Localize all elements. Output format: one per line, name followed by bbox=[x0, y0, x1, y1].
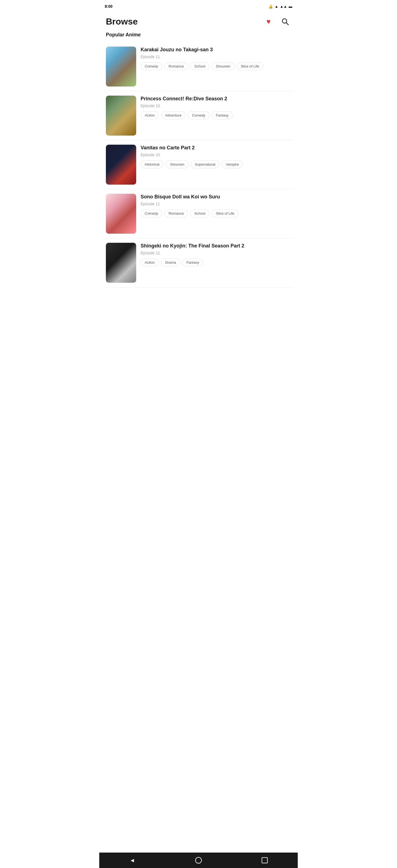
genre-tag[interactable]: Shounen bbox=[212, 62, 234, 70]
genre-tag[interactable]: Slice of Life bbox=[237, 62, 263, 70]
genre-tag[interactable]: Fantasy bbox=[212, 111, 233, 119]
anime-episode: Episode 11 bbox=[141, 55, 291, 59]
tags-container: HistoricalShounenSupernaturalVampire bbox=[141, 160, 291, 168]
genre-tag[interactable]: Slice of Life bbox=[212, 210, 239, 217]
anime-episode: Episode 11 bbox=[141, 202, 291, 206]
svg-line-1 bbox=[286, 23, 289, 25]
notification-icon: 🔔 bbox=[269, 4, 273, 8]
anime-title: Sono Bisque Doll wa Koi wo Suru bbox=[141, 194, 291, 200]
header: Browse ♥ bbox=[99, 11, 298, 30]
tags-container: ActionAdventureComedyFantasy bbox=[141, 111, 291, 119]
anime-list: Karakai Jouzu no Takagi-san 3Episode 11C… bbox=[99, 42, 298, 287]
genre-tag[interactable]: Comedy bbox=[141, 210, 162, 217]
list-item[interactable]: Vanitas no Carte Part 2Episode 10Histori… bbox=[104, 140, 293, 189]
header-actions: ♥ bbox=[263, 16, 291, 28]
anime-title: Karakai Jouzu no Takagi-san 3 bbox=[141, 46, 291, 53]
page-title: Browse bbox=[106, 17, 138, 27]
anime-thumbnail bbox=[106, 46, 136, 87]
genre-tag[interactable]: Shounen bbox=[166, 160, 188, 168]
anime-thumbnail bbox=[106, 96, 136, 135]
section-title: Popular Anime bbox=[99, 30, 298, 42]
search-icon bbox=[281, 18, 289, 25]
anime-thumbnail bbox=[106, 145, 136, 185]
anime-title: Princess Connect! Re:Dive Season 2 bbox=[141, 96, 291, 102]
anime-title: Shingeki no Kyojin: The Final Season Par… bbox=[141, 243, 291, 249]
genre-tag[interactable]: Fantasy bbox=[182, 258, 203, 267]
list-item[interactable]: Karakai Jouzu no Takagi-san 3Episode 11C… bbox=[104, 42, 293, 91]
anime-info: Karakai Jouzu no Takagi-san 3Episode 11C… bbox=[136, 46, 291, 70]
anime-thumbnail bbox=[106, 194, 136, 234]
heart-icon: ♥ bbox=[266, 18, 271, 26]
battery-icon: ▬ bbox=[289, 4, 292, 8]
genre-tag[interactable]: School bbox=[190, 210, 210, 217]
list-item[interactable]: Shingeki no Kyojin: The Final Season Par… bbox=[104, 238, 293, 287]
anime-info: Sono Bisque Doll wa Koi wo SuruEpisode 1… bbox=[136, 194, 291, 217]
genre-tag[interactable]: Historical bbox=[141, 160, 163, 168]
anime-thumbnail bbox=[106, 243, 136, 283]
svg-point-0 bbox=[282, 19, 287, 23]
genre-tag[interactable]: Vampire bbox=[222, 160, 243, 168]
status-icons: 🔔 ▲ ▲▲ ▬ bbox=[269, 4, 292, 8]
genre-tag[interactable]: Comedy bbox=[141, 62, 162, 70]
genre-tag[interactable]: Action bbox=[141, 111, 159, 119]
wifi-icon: ▲ bbox=[275, 4, 278, 8]
anime-episode: Episode 10 bbox=[141, 153, 291, 157]
status-time: 8:00 bbox=[105, 4, 113, 8]
tags-container: ActionDramaFantasy bbox=[141, 258, 291, 267]
list-item[interactable]: Princess Connect! Re:Dive Season 2Episod… bbox=[104, 91, 293, 140]
status-bar: 8:00 🔔 ▲ ▲▲ ▬ bbox=[99, 0, 298, 11]
genre-tag[interactable]: Supernatural bbox=[191, 160, 219, 168]
genre-tag[interactable]: Drama bbox=[161, 258, 180, 267]
genre-tag[interactable]: Comedy bbox=[188, 111, 209, 119]
anime-episode: Episode 10 bbox=[141, 103, 291, 108]
tags-container: ComedyRomanceSchoolSlice of Life bbox=[141, 210, 291, 217]
genre-tag[interactable]: Adventure bbox=[161, 111, 186, 119]
list-item[interactable]: Sono Bisque Doll wa Koi wo SuruEpisode 1… bbox=[104, 189, 293, 238]
anime-info: Vanitas no Carte Part 2Episode 10Histori… bbox=[136, 145, 291, 168]
signal-icon: ▲▲ bbox=[280, 4, 287, 8]
genre-tag[interactable]: Romance bbox=[164, 210, 188, 217]
anime-episode: Episode 12 bbox=[141, 251, 291, 255]
favorites-button[interactable]: ♥ bbox=[263, 16, 275, 28]
anime-info: Shingeki no Kyojin: The Final Season Par… bbox=[136, 243, 291, 267]
genre-tag[interactable]: Romance bbox=[164, 62, 188, 70]
anime-title: Vanitas no Carte Part 2 bbox=[141, 145, 291, 151]
anime-info: Princess Connect! Re:Dive Season 2Episod… bbox=[136, 96, 291, 119]
genre-tag[interactable]: Action bbox=[141, 258, 159, 267]
tags-container: ComedyRomanceSchoolShounenSlice of Life bbox=[141, 62, 291, 70]
search-button[interactable] bbox=[279, 16, 291, 28]
genre-tag[interactable]: School bbox=[190, 62, 210, 70]
